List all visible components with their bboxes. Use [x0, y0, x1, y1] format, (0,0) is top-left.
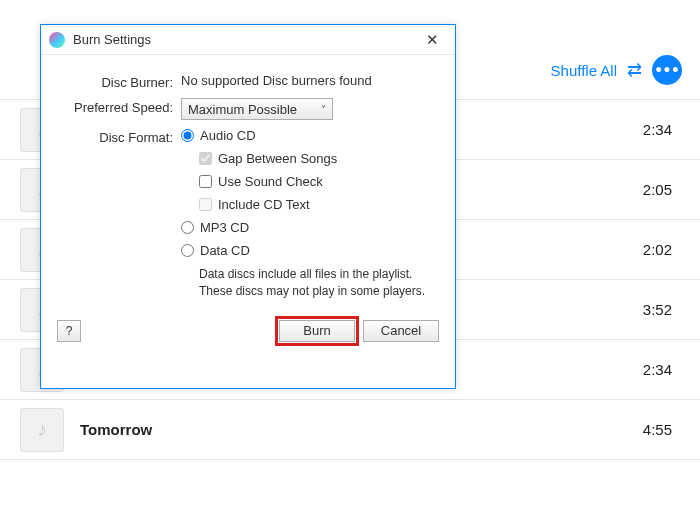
- radio-label: MP3 CD: [200, 220, 249, 235]
- preferred-speed-label: Preferred Speed:: [57, 98, 181, 115]
- help-button[interactable]: ?: [57, 320, 81, 342]
- radio-data-cd[interactable]: Data CD: [181, 243, 439, 258]
- radio-label: Data CD: [200, 243, 250, 258]
- radio-mp3-cd[interactable]: MP3 CD: [181, 220, 439, 235]
- track-duration: 3:52: [643, 301, 672, 318]
- itunes-icon: [49, 32, 65, 48]
- checkbox-label: Include CD Text: [218, 197, 310, 212]
- radio-input[interactable]: [181, 221, 194, 234]
- checkbox-label: Gap Between Songs: [218, 151, 337, 166]
- checkbox-input: [199, 152, 212, 165]
- disc-format-label: Disc Format:: [57, 128, 181, 145]
- burn-settings-dialog: Burn Settings ✕ Disc Burner: No supporte…: [40, 24, 456, 389]
- dialog-titlebar: Burn Settings ✕: [41, 25, 455, 55]
- track-duration: 2:34: [643, 121, 672, 138]
- track-duration: 2:05: [643, 181, 672, 198]
- radio-input[interactable]: [181, 244, 194, 257]
- checkbox-use-sound-check[interactable]: Use Sound Check: [199, 174, 439, 189]
- checkbox-input[interactable]: [199, 175, 212, 188]
- more-button[interactable]: •••: [652, 55, 682, 85]
- track-title: Tomorrow: [80, 421, 643, 438]
- burn-button[interactable]: Burn: [279, 320, 355, 342]
- checkbox-label: Use Sound Check: [218, 174, 323, 189]
- checkbox-include-cd-text: Include CD Text: [199, 197, 439, 212]
- disc-burner-value: No supported Disc burners found: [181, 73, 439, 88]
- cancel-button[interactable]: Cancel: [363, 320, 439, 342]
- radio-audio-cd[interactable]: Audio CD: [181, 128, 439, 143]
- track-duration: 2:02: [643, 241, 672, 258]
- chevron-down-icon: ˅: [321, 104, 326, 115]
- disc-burner-label: Disc Burner:: [57, 73, 181, 90]
- checkbox-gap-between-songs: Gap Between Songs: [199, 151, 439, 166]
- shuffle-icon: ⇄: [627, 59, 642, 81]
- select-value: Maximum Possible: [188, 102, 297, 117]
- checkbox-input: [199, 198, 212, 211]
- radio-label: Audio CD: [200, 128, 256, 143]
- preferred-speed-select[interactable]: Maximum Possible ˅: [181, 98, 333, 120]
- shuffle-all-button[interactable]: Shuffle All: [551, 62, 617, 79]
- data-cd-note: Data discs include all files in the play…: [199, 266, 439, 300]
- track-row[interactable]: ♪ Tomorrow 4:55: [0, 400, 700, 460]
- close-button[interactable]: ✕: [417, 31, 447, 49]
- dialog-title: Burn Settings: [73, 32, 417, 47]
- radio-input[interactable]: [181, 129, 194, 142]
- track-duration: 2:34: [643, 361, 672, 378]
- track-thumb: ♪: [20, 408, 64, 452]
- track-duration: 4:55: [643, 421, 672, 438]
